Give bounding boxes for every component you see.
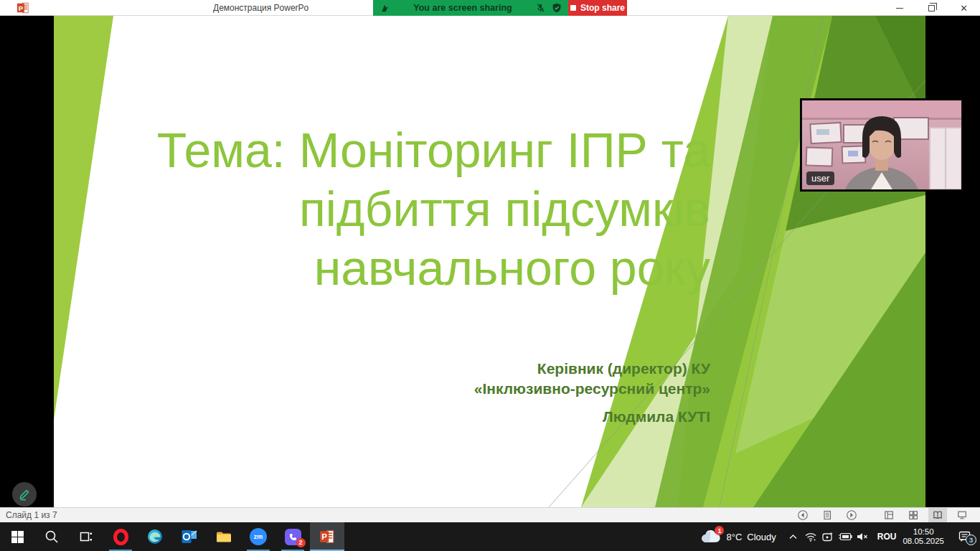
- slide-title: Тема: Моніторинг ІПР та підбиття підсумк…: [157, 121, 710, 297]
- battery-icon[interactable]: [837, 522, 854, 551]
- slide-title-line: навчального року: [157, 238, 710, 297]
- weather-condition: Cloudy: [747, 532, 776, 542]
- microphone-muted-icon[interactable]: [536, 3, 545, 13]
- slide-title-line: підбиття підсумків: [157, 179, 710, 238]
- outlook-icon: [181, 528, 198, 545]
- taskbar-app-file-explorer[interactable]: [207, 522, 241, 551]
- stop-share-button[interactable]: Stop share: [568, 0, 627, 16]
- reading-view-button[interactable]: [928, 508, 947, 523]
- normal-view-button[interactable]: [880, 508, 898, 523]
- cloud-icon: 1: [701, 529, 721, 545]
- weather-temperature: 8°C: [726, 532, 742, 542]
- zoom-icon: zm: [250, 528, 267, 545]
- weather-alert-badge: 1: [715, 526, 724, 535]
- restore-button[interactable]: [915, 0, 948, 16]
- task-view-button[interactable]: [69, 522, 103, 551]
- statusbar-controls: [793, 508, 980, 522]
- windows-taskbar: zm 2 P 1 8°C: [0, 522, 980, 551]
- restore-icon: [928, 5, 935, 11]
- wifi-icon[interactable]: [802, 522, 819, 551]
- powerpoint-statusbar: Слайд 1 из 7: [0, 507, 980, 522]
- weather-widget[interactable]: 1 8°C Cloudy: [701, 529, 776, 545]
- next-slide-button[interactable]: [842, 508, 861, 523]
- minimize-button[interactable]: [883, 0, 915, 16]
- taskbar-app-edge[interactable]: [138, 522, 172, 551]
- slide-title-line: Тема: Моніторинг ІПР та: [157, 121, 710, 179]
- windows-logo-icon: [11, 531, 24, 543]
- svg-text:P: P: [19, 4, 23, 12]
- folder-icon: [215, 528, 232, 545]
- clock[interactable]: 10:50 08.05.2025: [903, 527, 944, 546]
- slideshow-menu-button[interactable]: [818, 508, 837, 523]
- taskbar-app-viber[interactable]: 2: [275, 522, 310, 551]
- viber-icon: 2: [285, 529, 301, 545]
- slide-canvas[interactable]: Тема: Моніторинг ІПР та підбиття підсумк…: [54, 16, 925, 507]
- webcam-video[interactable]: user: [801, 99, 963, 191]
- slide-subtitle: Керівник (директор) КУ «Інклюзивно-ресур…: [474, 359, 710, 427]
- window-title: Демонстрация PowerPo: [213, 0, 372, 16]
- share-banner-label: You are screen sharing: [390, 3, 536, 13]
- tray-time: 10:50: [903, 527, 944, 537]
- language-indicator[interactable]: ROU: [877, 532, 897, 542]
- notification-count-badge: 3: [966, 534, 976, 545]
- slide-counter: Слайд 1 из 7: [6, 510, 57, 520]
- taskbar-app-zoom[interactable]: zm: [241, 522, 275, 551]
- viber-badge: 2: [296, 538, 306, 547]
- taskbar-app-opera[interactable]: [103, 522, 138, 551]
- slideshow-view-button[interactable]: [953, 508, 971, 523]
- zoom-share-banner: You are screen sharing: [373, 0, 568, 16]
- minimize-icon: [896, 8, 903, 9]
- powerpoint-app-icon: P: [17, 1, 29, 14]
- taskbar-search-button[interactable]: [34, 522, 69, 551]
- security-shield-icon[interactable]: [552, 3, 562, 13]
- action-center-button[interactable]: 3: [953, 522, 977, 551]
- svg-text:P: P: [321, 532, 327, 541]
- opera-icon: [113, 529, 128, 545]
- window-titlebar: P Демонстрация PowerPo You are screen sh…: [0, 0, 980, 16]
- volume-muted-icon[interactable]: [854, 522, 871, 551]
- start-button[interactable]: [0, 522, 34, 551]
- window-controls: ✕: [883, 0, 980, 16]
- slide-subtitle-line: «Інклюзивно-ресурсний центр»: [474, 379, 710, 399]
- taskbar-app-powerpoint[interactable]: P: [310, 522, 344, 551]
- slide-subtitle-line: Керівник (директор) КУ: [474, 359, 710, 379]
- slideshow-area[interactable]: Тема: Моніторинг ІПР та підбиття підсумк…: [0, 16, 980, 507]
- pencil-icon: [17, 487, 32, 501]
- system-tray: 1 8°C Cloudy ROU 10:50 0: [701, 522, 980, 551]
- previous-slide-button[interactable]: [793, 508, 812, 523]
- meet-now-icon[interactable]: [819, 522, 837, 551]
- screen: P Демонстрация PowerPo You are screen sh…: [0, 0, 980, 551]
- show-hidden-icons-button[interactable]: [785, 522, 802, 551]
- participant-name-label: user: [806, 171, 834, 185]
- stop-icon: [570, 5, 576, 11]
- stop-share-label: Stop share: [580, 3, 625, 13]
- annotate-button[interactable]: [12, 482, 37, 507]
- slide-sorter-view-button[interactable]: [904, 508, 923, 523]
- slide-author: Людмила КУТІ: [474, 407, 710, 427]
- close-button[interactable]: ✕: [948, 0, 980, 16]
- task-view-icon: [79, 529, 93, 544]
- close-icon: ✕: [960, 3, 968, 14]
- search-icon: [44, 529, 59, 544]
- tray-date: 08.05.2025: [903, 537, 944, 546]
- taskbar-app-outlook[interactable]: [172, 522, 207, 551]
- edge-icon: [146, 528, 164, 545]
- screen-share-icon: [380, 4, 390, 13]
- powerpoint-icon: P: [319, 529, 335, 545]
